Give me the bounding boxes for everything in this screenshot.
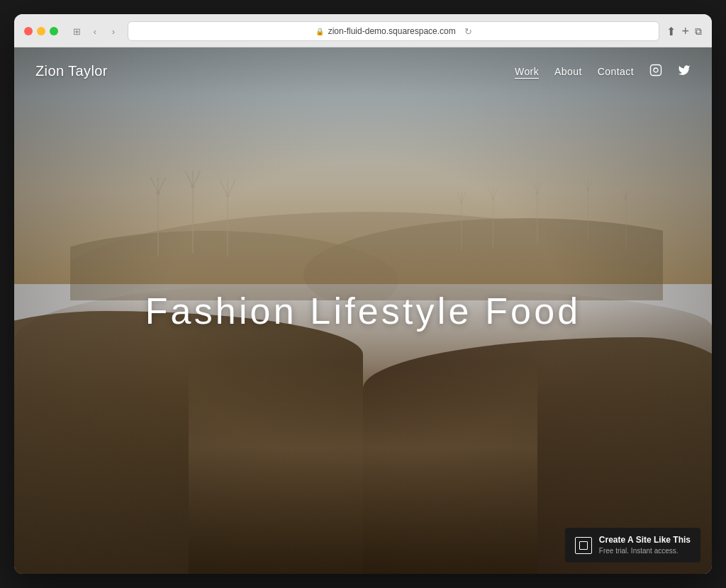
svg-rect-43 <box>651 64 661 75</box>
minimize-button[interactable] <box>37 27 45 35</box>
nav-links: Work About Contact <box>515 64 691 79</box>
nav-work[interactable]: Work <box>515 66 539 77</box>
hero-text: Fashion Lifestyle Food <box>145 290 581 332</box>
refresh-button[interactable]: ↻ <box>464 26 472 37</box>
squarespace-logo-inner <box>579 541 588 550</box>
sidebar-toggle[interactable]: ⊞ <box>69 24 84 38</box>
squarespace-logo <box>575 537 592 554</box>
lock-icon: 🔒 <box>315 28 324 35</box>
twitter-icon[interactable] <box>678 64 691 79</box>
close-button[interactable] <box>24 27 33 35</box>
forward-button[interactable]: › <box>106 24 121 38</box>
share-icon[interactable]: ⬆ <box>666 25 676 38</box>
back-button[interactable]: ‹ <box>88 24 102 38</box>
site-title[interactable]: Zion Taylor <box>35 63 108 79</box>
traffic-lights <box>24 27 58 35</box>
new-tab-icon[interactable]: + <box>681 24 689 39</box>
squarespace-badge[interactable]: Create A Site Like This Free trial. Inst… <box>565 528 700 562</box>
hero-categories: Fashion Lifestyle Food <box>145 290 581 332</box>
tabs-icon[interactable]: ⧉ <box>695 26 702 38</box>
address-bar[interactable]: 🔒 zion-fluid-demo.squarespace.com ↻ <box>128 21 659 41</box>
browser-actions: ⬆ + ⧉ <box>666 24 702 39</box>
url-text: zion-fluid-demo.squarespace.com <box>328 26 456 36</box>
browser-controls: ⊞ ‹ › <box>69 24 121 38</box>
instagram-icon[interactable] <box>649 64 662 79</box>
badge-sub: Free trial. Instant access. <box>599 546 691 555</box>
svg-point-45 <box>659 67 659 67</box>
badge-cta: Create A Site Like This <box>599 535 691 546</box>
maximize-button[interactable] <box>50 27 58 35</box>
website-content: Zion Taylor Work About Contact <box>14 47 712 574</box>
svg-point-44 <box>654 68 658 72</box>
browser-chrome: ⊞ ‹ › 🔒 zion-fluid-demo.squarespace.com … <box>14 14 712 47</box>
nav-contact[interactable]: Contact <box>598 66 634 77</box>
browser-window: ⊞ ‹ › 🔒 zion-fluid-demo.squarespace.com … <box>14 14 712 574</box>
badge-text-block: Create A Site Like This Free trial. Inst… <box>599 535 691 555</box>
nav-about[interactable]: About <box>554 66 582 77</box>
site-nav: Zion Taylor Work About Contact <box>14 47 712 95</box>
